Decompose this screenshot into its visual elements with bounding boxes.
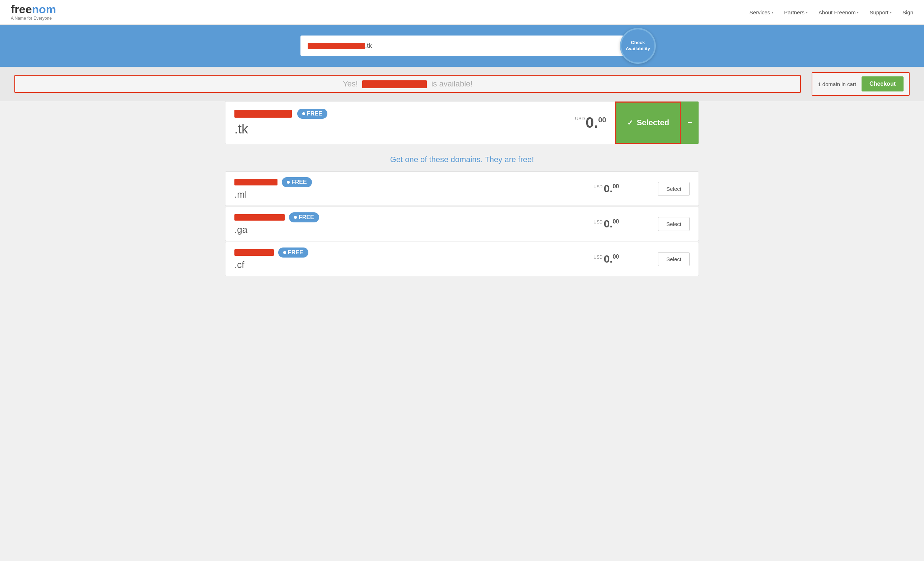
free-badge-dot: [294, 216, 297, 219]
check-availability-button[interactable]: Check Availability: [620, 28, 656, 64]
logo: freenom A Name for Everyone: [11, 4, 56, 21]
chevron-down-icon: ▾: [890, 10, 892, 14]
search-input-text: .tk: [308, 42, 616, 49]
search-tld: .tk: [365, 42, 372, 49]
domain-row-price-ml: USD 0.00: [584, 178, 649, 199]
select-button-cf[interactable]: Select: [658, 252, 690, 266]
domain-name-row: FREE: [234, 109, 534, 119]
search-input-wrapper[interactable]: .tk: [300, 36, 624, 56]
checkmark-icon: ✓: [627, 118, 633, 127]
chevron-down-icon: ▾: [771, 10, 773, 14]
logo-nom: nom: [32, 3, 56, 16]
domain-row-ga: FREE .ga USD 0.00 Select: [225, 206, 699, 241]
domain-row: FREE .ml USD 0.00 Select: [225, 172, 699, 206]
primary-domain-card: FREE .tk USD 0.00 ✓ Selected −: [225, 101, 699, 144]
nav-support[interactable]: Support ▾: [869, 9, 892, 15]
price-display: USD 0.00: [575, 115, 606, 130]
availability-bar: Yes! is available! 1 domain in cart Chec…: [0, 67, 924, 101]
domain-row-name-cf: FREE: [234, 247, 575, 257]
nav-services[interactable]: Services ▾: [750, 9, 774, 15]
nav-sign[interactable]: Sign: [903, 9, 913, 15]
price-block-cf: USD 0.00: [593, 254, 619, 264]
logo-text: freenom: [11, 4, 56, 15]
minus-icon: −: [687, 118, 692, 127]
selected-button[interactable]: ✓ Selected: [615, 102, 681, 144]
domain-row-price-ga: USD 0.00: [584, 213, 649, 235]
select-button-ga[interactable]: Select: [658, 217, 690, 231]
free-badge-cf: FREE: [278, 247, 308, 257]
free-badge-ml: FREE: [282, 177, 312, 187]
nav-about[interactable]: About Freenom ▾: [819, 9, 859, 15]
logo-tagline: A Name for Everyone: [11, 16, 56, 21]
primary-domain-actions: ✓ Selected −: [615, 102, 699, 144]
redacted-ga-name: [234, 214, 285, 221]
domain-row-action-cf: Select: [649, 247, 699, 272]
domain-row-name-ga: FREE: [234, 212, 575, 222]
domain-row-info-ga: FREE .ga: [225, 207, 584, 241]
checkout-button[interactable]: Checkout: [861, 76, 903, 91]
logo-free: free: [11, 3, 32, 16]
domain-redacted-name: [234, 110, 292, 118]
select-button-ml[interactable]: Select: [658, 182, 690, 196]
free-badge: FREE: [297, 109, 327, 119]
domain-row-action-ml: Select: [649, 177, 699, 201]
price-block-ga: USD 0.00: [593, 218, 619, 229]
domain-row-price-cf: USD 0.00: [584, 248, 649, 270]
primary-domain-price: USD 0.00: [543, 102, 615, 144]
domain-tld-ga: .ga: [234, 224, 575, 235]
search-container: .tk Check Availability: [300, 36, 624, 56]
redacted-domain: [308, 43, 365, 49]
domain-row-action-ga: Select: [649, 212, 699, 236]
cart-count-text: 1 domain in cart: [818, 81, 856, 87]
chevron-down-icon: ▾: [857, 10, 859, 14]
free-badge-dot: [302, 112, 305, 115]
free-badge-dot: [283, 251, 286, 254]
domain-row-info-ml: FREE .ml: [225, 172, 584, 205]
suggestions-header: Get one of these domains. They are free!: [225, 144, 699, 172]
free-badge-dot: [287, 181, 290, 184]
remove-domain-button[interactable]: −: [681, 102, 699, 144]
domain-row-cf: FREE .cf USD 0.00 Select: [225, 242, 699, 276]
primary-domain-tld: .tk: [234, 121, 534, 137]
redacted-available-domain: [362, 80, 427, 88]
domain-row-info-cf: FREE .cf: [225, 242, 584, 276]
domain-row-name-ml: FREE: [234, 177, 575, 187]
price-amount: 0.00: [585, 115, 606, 130]
cart-area: 1 domain in cart Checkout: [812, 72, 910, 96]
free-badge-ga: FREE: [289, 212, 319, 222]
domain-tld-cf: .cf: [234, 259, 575, 271]
price-block-ml: USD 0.00: [593, 183, 619, 194]
redacted-ml-name: [234, 179, 278, 186]
chevron-down-icon: ▾: [806, 10, 808, 14]
primary-domain-info: FREE .tk: [225, 102, 543, 144]
availability-message: Yes! is available!: [14, 75, 801, 93]
main-nav: Services ▾ Partners ▾ About Freenom ▾ Su…: [750, 9, 913, 15]
header: freenom A Name for Everyone Services ▾ P…: [0, 0, 924, 25]
search-banner: .tk Check Availability: [0, 25, 924, 67]
main-content: FREE .tk USD 0.00 ✓ Selected − Get on: [211, 101, 713, 291]
redacted-cf-name: [234, 249, 274, 256]
domain-tld-ml: .ml: [234, 189, 575, 200]
nav-partners[interactable]: Partners ▾: [784, 9, 808, 15]
